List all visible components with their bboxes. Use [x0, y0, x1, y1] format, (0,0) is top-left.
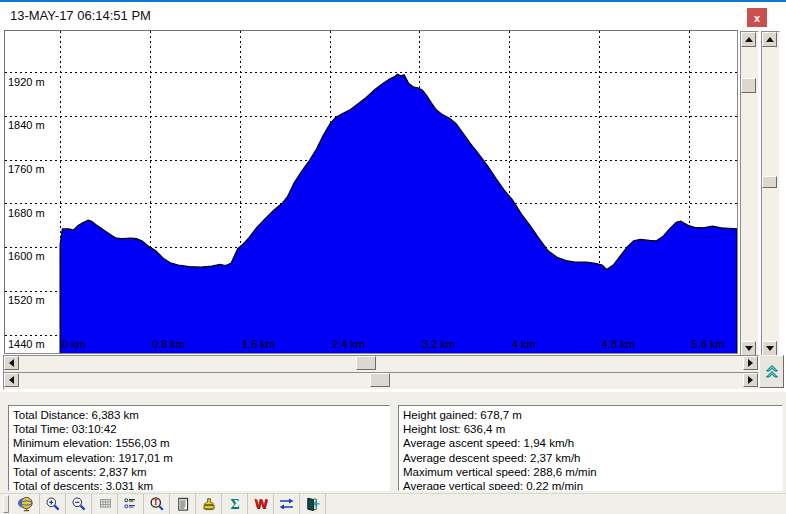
stat-line: Maximum vertical speed: 288,6 m/min [403, 465, 782, 479]
toolbar-button-w-tool[interactable]: WW [248, 494, 274, 514]
vertical-scrollbar-1[interactable] [740, 31, 759, 357]
up-arrow-icon [745, 37, 753, 42]
toolbar-button-exit[interactable] [300, 494, 326, 514]
x-axis-tick-label: 1,6 km [242, 338, 275, 350]
toolbar-button-statistics[interactable]: Σ [222, 494, 248, 514]
x-axis-tick-label: 0,8 km [152, 338, 185, 350]
exit-door-icon [304, 496, 321, 512]
expand-panel-button[interactable] [759, 355, 784, 388]
track-stats-panel-right: Height gained: 678,7 mHeight lost: 636,4… [398, 405, 783, 491]
scroll-up-button[interactable] [762, 32, 777, 47]
close-button[interactable]: x [747, 8, 767, 27]
y-axis-tick-label: 1760 m [8, 163, 45, 175]
y-axis-tick-label: 1840 m [8, 119, 45, 131]
x-axis-tick-label: 2,4 km [332, 338, 365, 350]
y-axis-tick-label: 1600 m [8, 250, 45, 262]
scroll-down-button[interactable] [762, 341, 777, 356]
svg-text:Σ: Σ [230, 497, 239, 512]
stat-line: Total Distance: 6,383 km [13, 408, 389, 422]
stat-line: Total of descents: 3,031 km [13, 479, 389, 491]
scroll-down-button[interactable] [741, 341, 756, 356]
track-graph-window: { "window": { "title": "13-MAY-17 06:14:… [0, 0, 786, 514]
elevation-profile-chart[interactable]: 1920 m1840 m1760 m1680 m1600 m1520 m1440… [4, 30, 738, 354]
window-title: 13-MAY-17 06:14:51 PM [10, 8, 151, 23]
x-axis-tick-label: 0 km [62, 338, 86, 350]
stat-line: Average descent speed: 2,37 km/h [403, 451, 782, 465]
window-top-accent [0, 0, 786, 2]
toolbar-button-zoom-text[interactable]: T [144, 494, 170, 514]
elevation-area-plot [5, 31, 737, 353]
scrollbar-thumb[interactable] [741, 78, 756, 93]
stamp-icon [201, 496, 217, 512]
up-arrow-icon [766, 37, 774, 42]
scrollbar-thumb[interactable] [370, 373, 390, 387]
down-arrow-icon [745, 346, 753, 351]
y-axis-tick-label: 1680 m [8, 207, 45, 219]
close-icon: x [754, 12, 760, 24]
toolbar-button-zoom-in[interactable] [40, 494, 66, 514]
left-arrow-icon [9, 376, 14, 384]
toolbar-button-swap-series[interactable] [274, 494, 300, 514]
notepad-icon [175, 496, 191, 512]
x-axis-tick-label: 5,6 km [692, 338, 725, 350]
right-arrow-icon [748, 376, 753, 384]
zoom-in-icon [45, 496, 61, 512]
stat-line: Average vertical speed: 0,22 m/min [403, 479, 782, 491]
y-axis-tick-label: 1520 m [8, 294, 45, 306]
graph-toolbar: TΣWW [0, 493, 786, 514]
double-chevron-up-icon [763, 363, 781, 381]
scroll-left-button[interactable] [4, 356, 19, 370]
scrollbar-thumb[interactable] [356, 356, 376, 370]
globe-icon [18, 496, 35, 513]
scroll-left-button[interactable] [4, 373, 19, 387]
double-arrow-icon [278, 496, 295, 512]
stat-line: Minimum elevation: 1556,03 m [13, 436, 389, 450]
vertical-scrollbar-2[interactable] [761, 31, 780, 357]
svg-text:W: W [254, 496, 267, 511]
stat-line: Total Time: 03:10:42 [13, 422, 389, 436]
toolbar-gripper[interactable] [3, 495, 9, 513]
sigma-icon: Σ [227, 496, 243, 512]
point-list-icon [123, 496, 139, 512]
toolbar-button-stamp[interactable] [196, 494, 222, 514]
scroll-right-button[interactable] [743, 356, 758, 370]
x-axis-tick-label: 4 km [512, 338, 536, 350]
svg-text:T: T [152, 497, 158, 507]
w-icon: WW [253, 496, 269, 512]
grid-icon [97, 496, 113, 512]
down-arrow-icon [766, 346, 774, 351]
stat-line: Total of ascents: 2,837 km [13, 465, 389, 479]
toolbar-button-map[interactable] [14, 494, 40, 514]
stat-line: Average ascent speed: 1,94 km/h [403, 436, 782, 450]
toolbar-button-grid[interactable] [92, 494, 118, 514]
magnifier-text-icon: T [149, 496, 165, 512]
y-axis-tick-label: 1920 m [8, 76, 45, 88]
scrollbar-thumb[interactable] [762, 176, 777, 188]
y-axis-tick-label: 1440 m [8, 338, 45, 350]
x-axis-tick-label: 4,8 km [602, 338, 635, 350]
scroll-up-button[interactable] [741, 32, 756, 47]
right-arrow-icon [748, 359, 753, 367]
track-stats-panel-left: Total Distance: 6,383 kmTotal Time: 03:1… [8, 405, 390, 491]
toolbar-button-point-list[interactable] [118, 494, 144, 514]
stat-line: Maximum elevation: 1917,01 m [13, 451, 389, 465]
zoom-out-icon [71, 496, 87, 512]
left-arrow-icon [9, 359, 14, 367]
scroll-right-button[interactable] [743, 373, 758, 387]
horizontal-scrollbar-1[interactable] [3, 355, 759, 373]
toolbar-button-notes[interactable] [170, 494, 196, 514]
horizontal-scrollbar-2[interactable] [3, 372, 759, 390]
stat-line: Height lost: 636,4 m [403, 422, 782, 436]
stat-line: Height gained: 678,7 m [403, 408, 782, 422]
x-axis-tick-label: 3,2 km [422, 338, 455, 350]
toolbar-button-zoom-out[interactable] [66, 494, 92, 514]
